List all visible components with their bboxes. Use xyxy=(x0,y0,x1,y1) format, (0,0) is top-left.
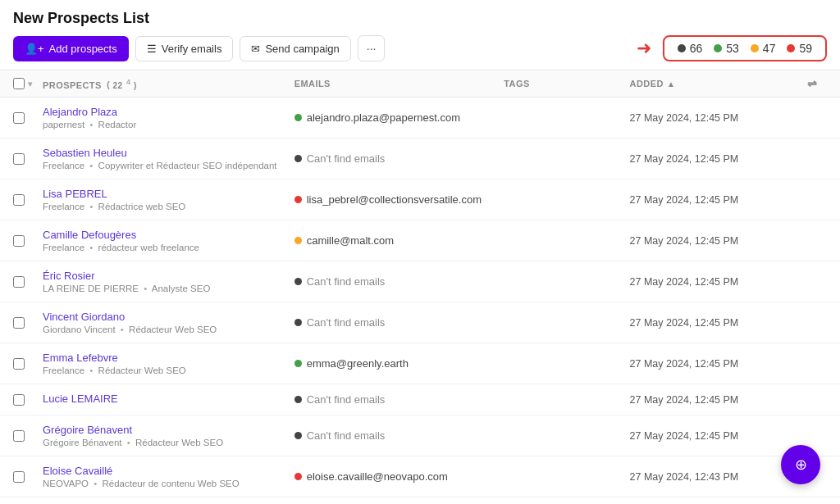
prospect-name[interactable]: Eloise Cavaillé xyxy=(43,465,294,477)
added-date: 27 May 2024, 12:45 PM xyxy=(630,112,797,124)
table-row: Éric Rosier LA REINE DE PIERRE • Analyst… xyxy=(0,261,840,302)
email-address: camille@malt.com xyxy=(307,234,394,247)
add-prospects-button[interactable]: 👤+ Add prospects xyxy=(13,36,129,61)
email-status-dot xyxy=(294,396,302,403)
prospect-sub: NEOVAPO • Rédacteur de contenu Web SEO xyxy=(43,479,294,488)
email-cell: eloise.cavaille@neovapo.com xyxy=(294,470,504,483)
added-date: 27 May 2024, 12:45 PM xyxy=(630,430,797,442)
prospect-name[interactable]: Lucie LEMAIRE xyxy=(43,393,294,405)
more-button[interactable]: ··· xyxy=(358,35,386,61)
row-checkbox[interactable] xyxy=(13,430,25,442)
prospect-name[interactable]: Lisa PEBREL xyxy=(43,188,294,200)
table-row: Vincent Giordano Giordano Vincent • Réda… xyxy=(0,302,840,343)
table-row: Alejandro Plaza papernest • Redactor ale… xyxy=(0,98,840,138)
table-row: Emma Lefebvre Freelance • Rédacteur Web … xyxy=(0,343,840,384)
email-status-dot xyxy=(294,278,302,285)
send-icon: ✉ xyxy=(251,43,260,55)
prospect-sub: Freelance • Rédacteur Web SEO xyxy=(43,366,294,375)
email-status-dot xyxy=(294,473,302,480)
email-status-dot xyxy=(294,237,302,244)
email-status-dot xyxy=(294,196,302,203)
email-status-dot xyxy=(294,155,302,162)
prospect-name[interactable]: Camille Defougères xyxy=(43,229,294,241)
sort-icon: ▲ xyxy=(667,79,675,89)
email-not-found: Can't find emails xyxy=(307,152,386,165)
prospect-name[interactable]: Alejandro Plaza xyxy=(43,106,294,118)
stats-box: 66 53 47 59 xyxy=(663,35,827,61)
table-header: ▾ PROSPECTS ( 22 4 ) EMAILS TAGS ADDED ▲… xyxy=(0,70,840,98)
email-address: eloise.cavaille@neovapo.com xyxy=(307,470,448,483)
email-not-found: Can't find emails xyxy=(307,316,386,329)
prospect-sub: Freelance • Rédactrice web SEO xyxy=(43,202,294,211)
table-row: Grégoire Bénavent Grégoire Bénavent • Ré… xyxy=(0,415,840,456)
email-address: emma@greenly.earth xyxy=(307,357,409,370)
row-checkbox[interactable] xyxy=(13,153,25,165)
email-not-found: Can't find emails xyxy=(307,275,386,288)
prospect-name[interactable]: Éric Rosier xyxy=(43,270,294,282)
prospect-sub: papernest • Redactor xyxy=(43,120,294,129)
email-not-found: Can't find emails xyxy=(307,393,386,406)
prospect-name[interactable]: Emma Lefebvre xyxy=(43,352,294,364)
table-row: Eloise Cavaillé NEOVAPO • Rédacteur de c… xyxy=(0,456,840,497)
added-date: 27 May 2024, 12:45 PM xyxy=(630,235,797,247)
added-date: 27 May 2024, 12:43 PM xyxy=(630,471,797,483)
stat-green: 53 xyxy=(714,42,739,55)
arrow-icon: ➜ xyxy=(637,38,651,59)
row-checkbox[interactable] xyxy=(13,317,25,329)
email-address: alejandro.plaza@papernest.com xyxy=(307,111,460,124)
prospect-sub: Grégoire Bénavent • Rédacteur Web SEO xyxy=(43,438,294,447)
added-date: 27 May 2024, 12:45 PM xyxy=(630,394,797,406)
email-cell: camille@malt.com xyxy=(294,234,504,247)
added-date: 27 May 2024, 12:45 PM xyxy=(630,276,797,288)
row-checkbox[interactable] xyxy=(13,112,25,124)
prospect-sub: Freelance • Copywriter et Rédacteur SEO … xyxy=(43,161,294,170)
stat-yellow: 47 xyxy=(751,42,776,55)
row-checkbox[interactable] xyxy=(13,276,25,288)
fab-button[interactable]: ⊕ xyxy=(781,445,820,484)
row-checkbox[interactable] xyxy=(13,194,25,206)
col-emails-header: EMAILS xyxy=(294,79,504,89)
email-cell: Can't find emails xyxy=(294,393,504,406)
col-added-header[interactable]: ADDED ▲ xyxy=(630,79,797,89)
stat-red: 59 xyxy=(787,42,812,55)
verify-icon: ☰ xyxy=(147,43,157,55)
prospect-name[interactable]: Grégoire Bénavent xyxy=(43,424,294,436)
add-person-icon: 👤+ xyxy=(25,43,44,55)
added-date: 27 May 2024, 12:45 PM xyxy=(630,358,797,370)
table-row: Lisa PEBREL Freelance • Rédactrice web S… xyxy=(0,179,840,220)
email-status-dot xyxy=(294,319,302,326)
email-cell: lisa_pebrel@collectionsversatile.com xyxy=(294,193,504,206)
table-body: Alejandro Plaza papernest • Redactor ale… xyxy=(0,98,840,497)
prospect-name[interactable]: Vincent Giordano xyxy=(43,311,294,323)
email-status-dot xyxy=(294,360,302,367)
table-row: Sebastien Heuleu Freelance • Copywriter … xyxy=(0,138,840,179)
added-date: 27 May 2024, 12:45 PM xyxy=(630,194,797,206)
email-status-dot xyxy=(294,432,302,439)
row-checkbox[interactable] xyxy=(13,471,25,483)
dot-red-icon xyxy=(787,44,795,52)
select-all-checkbox[interactable] xyxy=(13,78,25,89)
row-checkbox[interactable] xyxy=(13,235,25,247)
verify-emails-button[interactable]: ☰ Verify emails xyxy=(135,36,234,61)
table-row: Lucie LEMAIRE Can't find emails 27 May 2… xyxy=(0,384,840,415)
added-date: 27 May 2024, 12:45 PM xyxy=(630,317,797,329)
row-checkbox[interactable] xyxy=(13,394,25,406)
prospect-name[interactable]: Sebastien Heuleu xyxy=(43,147,294,159)
dot-dark-icon xyxy=(678,44,686,52)
stat-dark: 66 xyxy=(678,42,703,55)
prospect-sub: Giordano Vincent • Rédacteur Web SEO xyxy=(43,325,294,334)
col-tags-header: TAGS xyxy=(504,79,629,89)
email-address: lisa_pebrel@collectionsversatile.com xyxy=(307,193,482,206)
filter-icon[interactable]: ⇌ xyxy=(807,77,817,90)
email-cell: Can't find emails xyxy=(294,275,504,288)
row-checkbox[interactable] xyxy=(13,358,25,370)
send-campaign-button[interactable]: ✉ Send campaign xyxy=(240,36,350,61)
email-cell: Can't find emails xyxy=(294,152,504,165)
email-cell: alejandro.plaza@papernest.com xyxy=(294,111,504,124)
prospect-sub: Freelance • rédacteur web freelance xyxy=(43,243,294,252)
dot-green-icon xyxy=(714,44,722,52)
email-cell: emma@greenly.earth xyxy=(294,357,504,370)
col-prospects-header: PROSPECTS ( 22 4 ) xyxy=(43,78,294,90)
email-status-dot xyxy=(294,114,302,121)
prospect-sub: LA REINE DE PIERRE • Analyste SEO xyxy=(43,284,294,293)
